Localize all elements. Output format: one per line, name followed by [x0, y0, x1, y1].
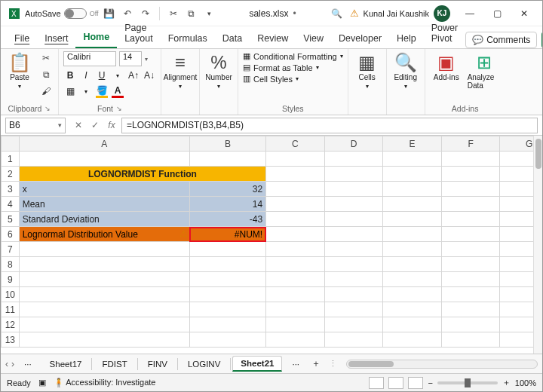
tab-next-icon[interactable]: › [11, 359, 14, 369]
cancel-icon[interactable]: ✕ [72, 118, 85, 132]
row-header[interactable]: 10 [2, 287, 20, 302]
cell-B4[interactable]: 14 [189, 197, 265, 212]
tab-ellipsis-left[interactable]: ··· [16, 357, 40, 371]
view-normal-button[interactable] [369, 377, 384, 389]
scrollbar-thumb[interactable] [348, 361, 394, 367]
tab-home[interactable]: Home [75, 27, 117, 48]
cell-B6[interactable]: #NUM! [189, 227, 265, 242]
row-header[interactable]: 12 [2, 317, 20, 332]
sheet-tab[interactable]: Sheet17 [41, 357, 90, 371]
sheet-tab[interactable]: FDIST [94, 357, 135, 371]
cut-icon[interactable]: ✂ [166, 6, 181, 21]
accessibility-status[interactable]: 🧍 Accessibility: Investigate [54, 378, 156, 387]
italic-button[interactable]: I [79, 69, 93, 82]
save-icon[interactable]: 💾 [102, 6, 117, 21]
col-header-A[interactable]: A [19, 136, 189, 152]
fill-color-icon[interactable]: 🪣 [95, 84, 109, 98]
alignment-button[interactable]: ≡ Alignment ▾ [166, 51, 195, 90]
border-icon[interactable]: ▦ [63, 84, 77, 98]
col-header-B[interactable]: B [189, 136, 265, 152]
cell-styles-button[interactable]: ▥Cell Styles▾ [243, 74, 343, 84]
number-button[interactable]: % Number ▾ [204, 51, 233, 90]
cell-A5[interactable]: Standard Deviation [19, 212, 189, 227]
tab-developer[interactable]: Developer [331, 29, 389, 48]
sheet-tab[interactable]: FINV [140, 357, 176, 371]
row-header[interactable]: 8 [2, 257, 20, 272]
col-header-D[interactable]: D [324, 136, 383, 152]
tab-data[interactable]: Data [215, 29, 250, 48]
tab-insert[interactable]: Insert [37, 29, 75, 48]
cell-B3[interactable]: 32 [189, 182, 265, 197]
font-name-select[interactable]: Calibri [63, 51, 116, 66]
name-box[interactable]: B6 ▾ [5, 118, 66, 133]
add-sheet-button[interactable]: ＋ [309, 357, 323, 371]
tab-prev-icon[interactable]: ‹ [5, 359, 8, 369]
tab-formulas[interactable]: Formulas [161, 29, 215, 48]
copy-icon[interactable]: ⧉ [184, 6, 199, 21]
col-header-F[interactable]: F [441, 136, 500, 152]
row-header[interactable]: 1 [2, 152, 20, 167]
macro-record-icon[interactable]: ▣ [38, 378, 46, 387]
warning-icon[interactable]: ⚠ [179, 228, 188, 239]
paste-button[interactable]: 📋 Paste ▾ [5, 51, 34, 90]
shrink-font-icon[interactable]: A↓ [143, 69, 156, 82]
col-header-G[interactable]: G [500, 136, 533, 152]
analyze-data-button[interactable]: ⊞ Analyze Data [468, 51, 501, 90]
tab-page-layout[interactable]: Page Layout [117, 18, 161, 48]
zoom-out-icon[interactable]: − [428, 378, 432, 387]
horizontal-scrollbar[interactable] [346, 360, 538, 369]
search-icon[interactable]: 🔍 [329, 5, 345, 22]
formula-input[interactable]: =LOGNORMDIST(B3,B4,B5) [121, 118, 538, 133]
cut-icon[interactable]: ✂ [38, 51, 54, 65]
comments-button[interactable]: 💬 Comments [465, 32, 537, 48]
sheet-tab-active[interactable]: Sheet21 [232, 356, 282, 372]
editing-button[interactable]: 🔍 Editing ▾ [391, 51, 420, 90]
maximize-button[interactable]: ▢ [483, 4, 511, 23]
row-header[interactable]: 4 [2, 197, 20, 212]
conditional-formatting-button[interactable]: ▦Conditional Formatting▾ [243, 51, 343, 61]
chevron-down-icon[interactable]: ▾ [111, 69, 124, 82]
tab-file[interactable]: File [7, 29, 37, 48]
row-header[interactable]: 2 [2, 167, 20, 182]
row-header[interactable]: 11 [2, 302, 20, 317]
tab-help[interactable]: Help [389, 29, 424, 48]
format-as-table-button[interactable]: ▤Format as Table▾ [243, 63, 343, 72]
view-page-layout-button[interactable] [388, 377, 403, 389]
zoom-slider-knob[interactable] [465, 378, 471, 387]
cell-A4[interactable]: Mean [19, 197, 189, 212]
cells-button[interactable]: ▦ Cells ▾ [353, 51, 382, 90]
tab-power-pivot[interactable]: Power Pivot [424, 18, 465, 48]
tab-ellipsis-right[interactable]: ··· [284, 357, 308, 371]
zoom-value[interactable]: 100% [515, 378, 536, 387]
autosave-toggle[interactable]: AutoSave Off [25, 8, 99, 19]
zoom-slider[interactable] [437, 381, 498, 384]
close-button[interactable]: ✕ [511, 4, 538, 23]
format-painter-icon[interactable]: 🖌 [38, 84, 54, 98]
row-header[interactable]: 6 [2, 227, 20, 242]
row-header[interactable]: 3 [2, 182, 20, 197]
chevron-down-icon[interactable]: ▾ [79, 84, 93, 98]
cell-B5[interactable]: -43 [189, 212, 265, 227]
vertical-scrollbar[interactable] [533, 136, 542, 354]
filename[interactable]: sales.xlsx [249, 8, 288, 19]
row-header[interactable]: 9 [2, 272, 20, 287]
copy-icon[interactable]: ⧉ [38, 68, 54, 81]
font-size-select[interactable]: 14 [119, 51, 142, 66]
cell-A3[interactable]: x [19, 182, 189, 197]
cell-title[interactable]: LOGNORMDIST Function [19, 167, 265, 182]
cell-A6[interactable]: Lognormal Distribution Value ⚠ [19, 227, 189, 242]
sheet-tab[interactable]: LOGINV [179, 357, 229, 371]
launcher-icon[interactable]: ↘ [44, 105, 51, 112]
col-header-E[interactable]: E [383, 136, 442, 152]
grow-font-icon[interactable]: A↑ [127, 69, 140, 82]
tab-view[interactable]: View [296, 29, 331, 48]
row-header[interactable]: 7 [2, 242, 20, 257]
row-header[interactable]: 13 [2, 332, 20, 348]
chevron-down-icon[interactable]: ▾ [202, 6, 217, 21]
enter-icon[interactable]: ✓ [88, 118, 102, 132]
zoom-in-icon[interactable]: ＋ [502, 377, 511, 388]
worksheet[interactable]: A B C D E F G 1 2 LOGNORMDIST Function 3… [1, 136, 533, 354]
font-color-icon[interactable]: A [111, 84, 124, 98]
underline-button[interactable]: U [95, 69, 109, 82]
addins-button[interactable]: ▣ Add-ins [430, 51, 463, 81]
